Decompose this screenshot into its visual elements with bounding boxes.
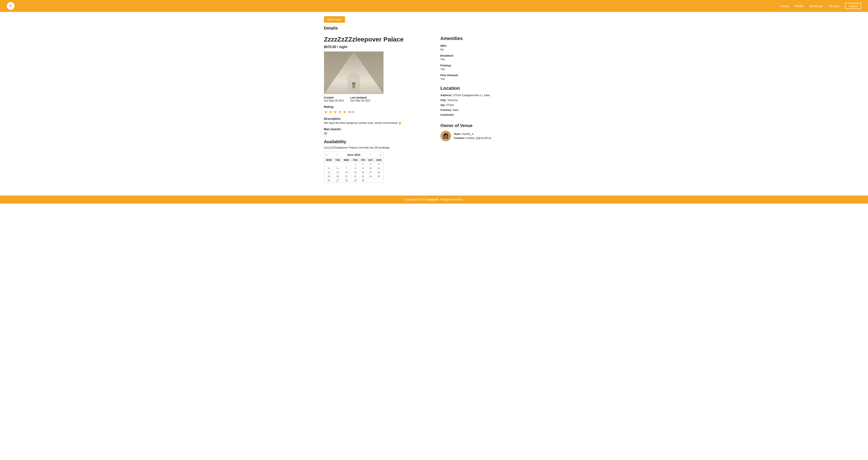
calendar-cell[interactable]: 29 [351, 178, 360, 182]
star-1: ★ [324, 109, 328, 114]
calendar-cell[interactable]: 8 [351, 166, 360, 170]
calendar-cell[interactable] [324, 162, 334, 166]
calendar-cell[interactable]: 9 [360, 166, 367, 170]
nav-venues[interactable]: Venues [829, 4, 839, 8]
star-2: ★ [329, 109, 333, 114]
calendar-cell[interactable]: 15 [351, 170, 360, 174]
back-home-button[interactable]: Back Home [324, 16, 345, 23]
calendar-cell[interactable]: 3 [367, 162, 375, 166]
two-column-layout: ZzzzZzZZzleepover Palace $670.00 / night… [324, 36, 544, 183]
calendar-cell[interactable]: 12 [324, 170, 334, 174]
cal-month-label: June 2023 [347, 153, 360, 156]
calendar-cell[interactable]: 24 [367, 174, 375, 178]
cal-day-mon: MON [324, 158, 334, 162]
logout-button[interactable]: Logout [845, 3, 861, 9]
rating-count: 5 / 5 [349, 110, 354, 114]
calendar-cell[interactable] [342, 162, 351, 166]
amenity-pets: Pets Allowed: Yes [440, 74, 544, 80]
calendar-cell[interactable]: 18 [374, 170, 383, 174]
max-guests-label: Max Guests: [324, 127, 428, 131]
owner-info: Host: marthe_b Contact: marthe_b@noroff.… [454, 132, 492, 140]
amenity-wifi-key: WiFi: [440, 44, 544, 48]
owner-contact: Contact: marthe_b@noroff.no [454, 136, 492, 140]
location-address-val: 57016 Castiglioncello LI, Italia [453, 94, 490, 97]
calendar-row: 2627282930 [324, 178, 383, 182]
calendar-cell[interactable]: 5 [324, 166, 334, 170]
footer-brand[interactable]: S.Angelvik [425, 198, 438, 201]
calendar-cell[interactable]: 17 [367, 170, 375, 174]
amenity-parking: Parking: Yes [440, 64, 544, 70]
cal-next-next-button[interactable]: » [380, 153, 381, 156]
owner-contact-email: marthe_b@noroff.no [466, 136, 491, 140]
max-guests-section: Max Guests: 30 [324, 127, 428, 135]
nav-bookings[interactable]: Bookings [810, 4, 823, 8]
location-city: City: Toscana [440, 98, 544, 102]
calendar-cell[interactable]: 27 [334, 178, 342, 182]
calendar-row: 19202122232425 [324, 174, 383, 178]
calendar-cell[interactable]: 13 [334, 170, 342, 174]
owner-section: Owner of Venue 👩🏾 Host: marthe_b Contact… [440, 123, 544, 141]
calendar-cell[interactable] [334, 162, 342, 166]
calendar-cell[interactable]: 28 [342, 178, 351, 182]
calendar-cell[interactable] [374, 178, 383, 182]
created-label: Created: [324, 96, 344, 99]
calendar-cell[interactable]: 22 [351, 174, 360, 178]
nav-profile[interactable]: Profile [795, 4, 804, 8]
location-country: Country: Italia [440, 108, 544, 112]
calendar-cell[interactable]: 21 [342, 174, 351, 178]
cal-next-button[interactable]: › [370, 153, 371, 156]
amenity-parking-key: Parking: [440, 64, 544, 67]
availability-title: Availability [324, 139, 428, 144]
calendar-body: 1234567891011121314151617181920212223242… [324, 162, 383, 182]
calendar-cell[interactable]: 20 [334, 174, 342, 178]
location-country-key: Country: [440, 108, 453, 112]
cal-prev-prev-button[interactable]: « [326, 153, 328, 156]
rating-label: Rating: [324, 105, 428, 109]
venue-price: $670.00 / night [324, 45, 428, 49]
venue-image [324, 52, 383, 94]
calendar-cell[interactable]: 16 [360, 170, 367, 174]
cal-prev-button[interactable]: ‹ [337, 153, 338, 156]
stars-row: ★ ★ ★ ★ ★ 5 / 5 [324, 109, 428, 114]
calendar-cell[interactable]: 25 [374, 174, 383, 178]
calendar-cell[interactable]: 4 [374, 162, 383, 166]
nav-home[interactable]: Home [780, 4, 789, 8]
owner-title: Owner of Venue [440, 123, 544, 128]
calendar-cell[interactable]: 7 [342, 166, 351, 170]
star-3: ★ [333, 109, 337, 114]
updated-date: Sun May 28 2023 [350, 99, 370, 102]
owner-avatar: 👩🏾 [440, 131, 451, 141]
cal-day-wed: WED [342, 158, 351, 162]
owner-host-label: Host: [454, 132, 461, 136]
amenity-breakfast-key: Breakfast: [440, 54, 544, 57]
availability-section: Availability ZzzzZzZZzleepover Palace cu… [324, 139, 428, 183]
footer-suffix: . All Rights Reserved. [439, 198, 463, 201]
calendar-cell[interactable]: 11 [374, 166, 383, 170]
calendar-row: 1234 [324, 162, 383, 166]
calendar-cell[interactable]: 19 [324, 174, 334, 178]
cal-day-tue: TUE [334, 158, 342, 162]
amenity-wifi: WiFi: No [440, 44, 544, 51]
calendar-cell[interactable]: 1 [351, 162, 360, 166]
left-column: ZzzzZzZZzleepover Palace $670.00 / night… [324, 36, 428, 183]
calendar-cell[interactable] [367, 178, 375, 182]
calendar-header: « ‹ June 2023 › » [324, 152, 383, 157]
calendar-cell[interactable]: 2 [360, 162, 367, 166]
owner-host-name: marthe_b [462, 132, 473, 136]
nav-links: Home Profile Bookings Venues Logout [780, 3, 861, 9]
calendar-cell[interactable]: 26 [324, 178, 334, 182]
navbar: H Home Profile Bookings Venues Logout [0, 0, 868, 12]
dates-row: Created: Sun May 28 2023 Last Updated: S… [324, 96, 428, 102]
calendar-cell[interactable]: 10 [367, 166, 375, 170]
location-address-key: Address: [440, 94, 453, 97]
location-zip-key: Zip: [440, 104, 446, 107]
calendar-cell[interactable]: 23 [360, 174, 367, 178]
calendar-cell[interactable]: 14 [342, 170, 351, 174]
amenity-parking-val: Yes [440, 67, 544, 70]
calendar-cell[interactable]: 30 [360, 178, 367, 182]
amenity-pets-val: Yes [440, 77, 544, 80]
calendar-grid: MON TUE WED THU FRI SAT SUN 123456789101… [324, 157, 383, 182]
calendar-cell[interactable]: 6 [334, 166, 342, 170]
logo[interactable]: H [7, 2, 14, 10]
location-city-val: Toscana [447, 98, 458, 102]
